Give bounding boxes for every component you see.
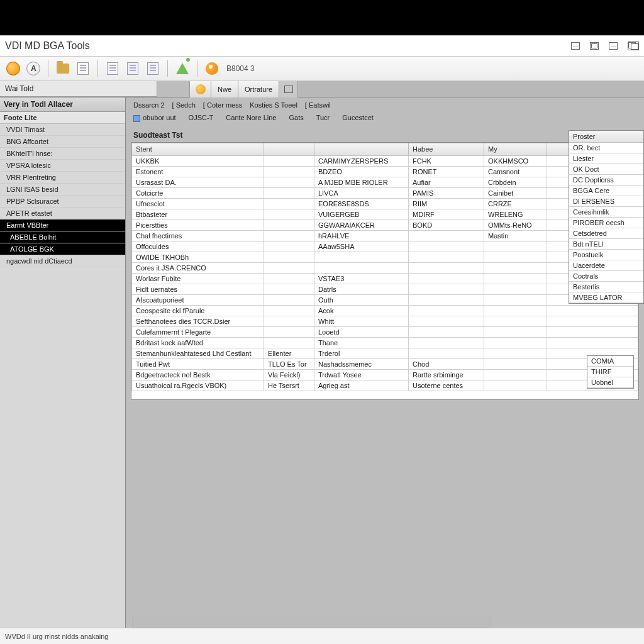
filter-item[interactable]: Gucestcet: [342, 114, 374, 122]
tab[interactable]: Dssarcn 2: [133, 101, 165, 109]
side-list-item[interactable]: Ceresihmlik: [569, 207, 643, 218]
side-list-item[interactable]: MVBEG LATOR: [569, 292, 643, 303]
table-row[interactable]: BtbasteterVUIGERGEBMDIRFWRELENG: [132, 209, 638, 219]
side-list-item[interactable]: Liester: [569, 153, 643, 164]
table-cell: FCHK: [409, 155, 484, 166]
options-button[interactable]: Ortrature: [238, 81, 279, 97]
table-row[interactable]: Ficlt uernatesDatrls: [132, 284, 638, 294]
tab[interactable]: [ Coter mess: [203, 101, 242, 109]
table-row[interactable]: Ceospesite ckl fParuleAcok: [132, 305, 638, 316]
sidebar-item[interactable]: LGNI lSAS besid: [0, 184, 125, 196]
side-box-item[interactable]: COMtA: [587, 356, 633, 367]
table-cell: RIIM: [409, 198, 484, 209]
side-box-item[interactable]: Uobnel: [587, 377, 633, 388]
sidebar-item[interactable]: PPBP Sclsuracet: [0, 196, 125, 208]
table-cell: [409, 273, 484, 284]
report-icon[interactable]: [125, 60, 141, 77]
table-row[interactable]: PicersttiesGGWARAlAKCERBOKDOMMts-ReNO: [132, 219, 638, 230]
tab[interactable]: [ Eatswil: [305, 101, 331, 109]
table-row[interactable]: Sefthanotees dies TCCR.DsierWhitt: [132, 316, 638, 326]
side-list-item[interactable]: DC Dopticrss: [569, 175, 643, 186]
table-cell: Culefammernt t Plegarte: [132, 326, 264, 337]
side-list-item[interactable]: Bdt nTELl: [569, 239, 643, 250]
cascade-button[interactable]: [628, 42, 639, 50]
page-icon[interactable]: [145, 60, 161, 77]
sidebar-subitem-selected[interactable]: ABEBLE Bolhit: [0, 231, 125, 243]
tab[interactable]: Kosties S Toeel: [250, 101, 297, 109]
home-icon[interactable]: [5, 60, 21, 77]
scrollbar-thumb[interactable]: [133, 618, 490, 627]
table-cell: Sefthanotees dies TCCR.Dsier: [132, 316, 264, 326]
sidebar-item[interactable]: ngacwdl nid dCtiaecd: [0, 255, 125, 267]
filter-checkbox[interactable]: obubor uut: [133, 114, 176, 122]
table-row[interactable]: Usrasast DA.A MJED MBE RIOLERAufiarCrbbd…: [132, 177, 638, 187]
column-header[interactable]: My: [484, 143, 547, 155]
table-row[interactable]: EstonentBDZEORONETCamsnont: [132, 166, 638, 177]
side-list-item[interactable]: OR. bect: [569, 143, 643, 153]
media-icon[interactable]: [204, 60, 220, 77]
table-row[interactable]: Chal fhectirneshRAHLVEMastin: [132, 230, 638, 241]
side-list-item[interactable]: BGGA Cere: [569, 186, 643, 196]
side-list-item[interactable]: Cetsdetred: [569, 228, 643, 239]
table-row[interactable]: UfnesciotEORE8SE8SDSRIIMCRRZE: [132, 198, 638, 209]
side-list-header[interactable]: Proster: [569, 131, 643, 143]
side-list-item[interactable]: Dl ERSENES: [569, 196, 643, 207]
close-button[interactable]: —: [609, 42, 618, 50]
horizontal-scrollbar[interactable]: [132, 618, 491, 628]
sidebar-group[interactable]: Foote Lite: [0, 112, 125, 124]
table-cell: [409, 252, 484, 262]
side-list-item[interactable]: Besterlis: [569, 282, 643, 292]
side-list-item[interactable]: Poostuelk: [569, 250, 643, 260]
column-header[interactable]: [264, 143, 314, 155]
filter-item[interactable]: Gats: [289, 114, 303, 122]
wizard-icon[interactable]: [174, 60, 191, 77]
restore-button[interactable]: [590, 42, 599, 50]
sidebar-item[interactable]: BNG Affcartet: [0, 136, 125, 148]
table-cell: Cainibet: [484, 187, 547, 198]
sidebar-subitem-selected[interactable]: ATOLGE BGK: [0, 243, 125, 255]
sidebar-item[interactable]: APETR etastet: [0, 208, 125, 219]
sidebar-item[interactable]: BKhtelT'l hnse:: [0, 148, 125, 160]
table-row[interactable]: Usuathoical ra.Rgecls VBOK)He TsersrtAgr…: [132, 380, 638, 391]
sidebar-item[interactable]: VPSRA lotesic: [0, 160, 125, 172]
refresh-icon[interactable]: [190, 81, 211, 97]
sidebar-item[interactable]: VRR Plentreting: [0, 172, 125, 184]
side-box-item[interactable]: THIRF: [587, 367, 633, 377]
side-list-item[interactable]: OK Doct: [569, 164, 643, 175]
grid-toggle-icon[interactable]: [279, 81, 298, 97]
column-header[interactable]: Stent: [132, 143, 264, 155]
filter-item[interactable]: Tucr: [316, 114, 330, 122]
side-list-item[interactable]: Coctrals: [569, 271, 643, 282]
filter-item[interactable]: OJSC-T: [189, 114, 214, 122]
table-row[interactable]: Stemanhunkleahtatesed Lhd CestlantEllent…: [132, 348, 638, 358]
table-cell: Thane: [314, 337, 409, 348]
tab[interactable]: [ Sedch: [172, 101, 196, 109]
column-header[interactable]: Habee: [409, 143, 484, 155]
folder-icon[interactable]: [55, 60, 71, 77]
new-button[interactable]: Nwe: [211, 81, 238, 97]
filter-item[interactable]: Cante Nore Line: [226, 114, 276, 122]
table-cell: [409, 241, 484, 252]
column-header[interactable]: [314, 143, 409, 155]
table-row[interactable]: Bdgeetracteck nol BestkVla Feickl)Trdwat…: [132, 369, 638, 380]
table-row[interactable]: Bdritast kock aafWtedThane: [132, 337, 638, 348]
table-row[interactable]: OWIDE TKHOBh: [132, 252, 638, 262]
table-row[interactable]: CotcicrteLIVCAPAMISCainibet: [132, 187, 638, 198]
app-icon[interactable]: [25, 60, 42, 77]
table-row[interactable]: Culefammernt t PlegarteLooetd: [132, 326, 638, 337]
table-row[interactable]: AfscoatuporieetOuth: [132, 294, 638, 305]
table-cell: OMMts-ReNO: [484, 219, 547, 230]
sidebar-item[interactable]: VVDI Timast: [0, 124, 125, 136]
table-cell: BDZEO: [314, 166, 409, 177]
sidebar-item-selected[interactable]: Earmt VBBter: [0, 219, 125, 231]
table-row[interactable]: Tuitied PwtTLLO Es TorNashadssmemecChod: [132, 358, 638, 369]
minimize-button[interactable]: —: [571, 42, 580, 50]
document-icon[interactable]: [75, 60, 91, 77]
list-icon[interactable]: [104, 60, 121, 77]
table-row[interactable]: OffocuidesAAaw5SHA: [132, 241, 638, 252]
table-row[interactable]: Cores it JSA.CRENCO: [132, 262, 638, 273]
table-row[interactable]: Worlasr FubiteVSTAE3: [132, 273, 638, 284]
table-row[interactable]: UKKBKCARMIMYZERSPERSFCHKOKKHMSCO: [132, 155, 638, 166]
side-list-item[interactable]: PIROBER oecsh: [569, 218, 643, 228]
side-list-item[interactable]: Uacerdete: [569, 260, 643, 271]
